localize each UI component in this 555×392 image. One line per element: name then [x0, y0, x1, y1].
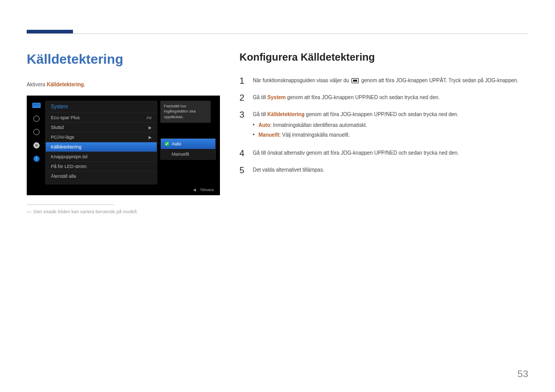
steps-list: 1 När funktionsknappsguiden visas väljer…: [239, 77, 528, 175]
osd-back-label: Tillbaka: [200, 188, 214, 192]
osd-footer: Tillbaka: [27, 184, 220, 192]
osd-submenu: Auto Manuellt: [160, 138, 216, 160]
page-number: 53: [517, 368, 528, 380]
circle-icon: [32, 115, 41, 122]
subitem-auto: Auto: Inmatningskällan identifieras auto…: [253, 121, 458, 129]
osd-side-nav: i: [31, 101, 42, 184]
footnote: ―Den visade bilden kan variera beroende …: [27, 209, 220, 214]
step-number: 3: [239, 110, 246, 119]
subitem-manuellt: Manuellt: Välj inmatningskälla manuellt.: [253, 131, 458, 139]
step-body: Det valda alternativet tillämpas.: [253, 166, 324, 174]
osd-menu-list: Eco-spar PlusAv Sluttid▶ PC/AV-läge▶ Käl…: [46, 111, 157, 184]
page-content: Källdetektering Aktivera Källdetektering…: [27, 51, 528, 214]
page-title: Källdetektering: [27, 51, 220, 67]
bullet-icon: [253, 134, 254, 135]
osd-tooltip: Fastställ hur ingångskällor ska upptäcka…: [160, 101, 211, 123]
osd-item-led: På för LED-ström: [46, 161, 157, 171]
picture-icon: [32, 102, 41, 109]
menu-icon: [351, 78, 359, 83]
activate-text: Aktivera Källdetektering.: [27, 82, 220, 87]
activate-prefix: Aktivera: [27, 82, 47, 87]
osd-item-kalldetektering: Källdetektering: [46, 142, 157, 152]
osd-screenshot: i System Eco-spar PlusAv Sluttid▶ PC/AV-…: [27, 96, 220, 195]
footnote-rule: [27, 204, 114, 205]
osd-item-sluttid: Sluttid▶: [46, 122, 157, 132]
osd-item-pcav: PC/AV-läge▶: [46, 132, 157, 142]
osd-sub-manuellt: Manuellt: [161, 149, 215, 159]
step-body: Gå till Källdetektering genom att föra J…: [253, 110, 458, 141]
gear-icon: [32, 142, 41, 149]
activate-suffix: .: [84, 82, 85, 87]
osd-item-reset: Återställ alla: [46, 171, 157, 181]
activate-bold: Källdetektering: [47, 82, 84, 87]
step-number: 1: [239, 77, 246, 85]
step-5: 5 Det valda alternativet tillämpas.: [239, 166, 528, 175]
step-3-sublist: Auto: Inmatningskällan identifieras auto…: [253, 121, 458, 139]
step-number: 5: [239, 166, 246, 175]
info-icon: i: [32, 155, 41, 162]
step-body: Gå till System genom att föra JOG-knappe…: [253, 94, 440, 101]
back-arrow-icon: [193, 189, 196, 192]
step-4: 4 Gå till önskat alternativ genom att fö…: [239, 149, 528, 158]
bullet-icon: [253, 124, 254, 125]
step-2: 2 Gå till System genom att föra JOG-knap…: [239, 94, 528, 102]
header-tab-marker: [27, 30, 73, 33]
brightness-icon: [32, 128, 41, 136]
step-3: 3 Gå till Källdetektering genom att föra…: [239, 110, 528, 141]
step-number: 2: [239, 94, 246, 102]
step-body: När funktionsknappsguiden visas väljer d…: [253, 77, 519, 84]
header-rule: [27, 33, 528, 34]
osd-item-ecospar: Eco-spar PlusAv: [46, 113, 157, 122]
left-column: Källdetektering Aktivera Källdetektering…: [27, 51, 220, 214]
step-number: 4: [239, 149, 246, 158]
right-column: Konfigurera Källdetektering 1 När funkti…: [239, 51, 528, 214]
osd-item-knapp: Knappupprepn.tid: [46, 152, 157, 161]
check-icon: [165, 142, 169, 146]
step-1: 1 När funktionsknappsguiden visas väljer…: [239, 77, 528, 85]
osd-section-title: System: [46, 101, 157, 111]
step-body: Gå till önskat alternativ genom att föra…: [253, 149, 459, 157]
osd-sub-auto: Auto: [161, 139, 215, 149]
section-title: Konfigurera Källdetektering: [239, 51, 528, 63]
osd-main-panel: System Eco-spar PlusAv Sluttid▶ PC/AV-lä…: [45, 101, 157, 184]
